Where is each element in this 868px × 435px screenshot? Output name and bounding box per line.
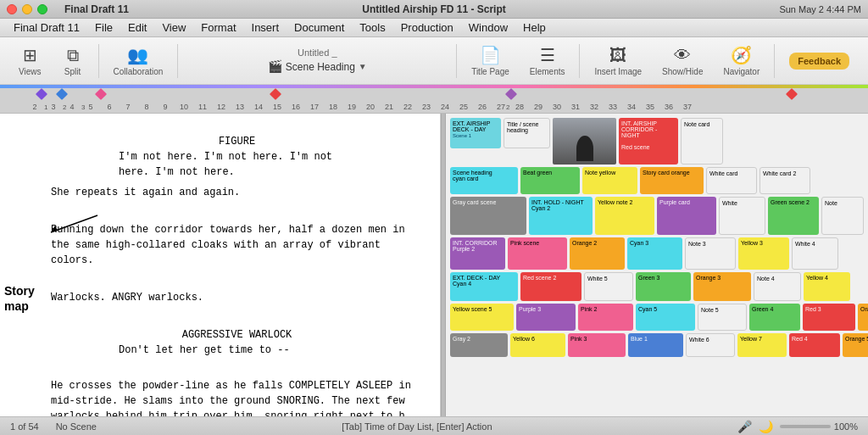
card-cyan-3[interactable]: Cyan 3 xyxy=(627,237,682,270)
menu-tools[interactable]: Tools xyxy=(353,20,392,36)
menu-edit[interactable]: Edit xyxy=(121,20,153,36)
show-hide-icon: 👁 xyxy=(674,46,691,65)
card-white-9[interactable]: Note 4 xyxy=(754,272,801,301)
card-pink-3[interactable]: Pink 3 xyxy=(568,333,626,357)
split-button[interactable]: ⧉ Split xyxy=(52,42,94,80)
card-orange-5[interactable]: Orange 5 xyxy=(843,333,868,357)
arrow-annotation xyxy=(47,211,106,242)
insert-image-button[interactable]: 🖼 Insert Image xyxy=(584,42,652,80)
card-white-2[interactable]: White card xyxy=(706,167,757,194)
toolbar-separator-3 xyxy=(456,44,457,78)
app-name: Final Draft 11 xyxy=(64,3,129,15)
card-blue-1[interactable]: Blue 1 xyxy=(628,333,683,357)
scene-info: No Scene xyxy=(56,421,97,432)
menu-insert[interactable]: Insert xyxy=(245,20,287,36)
split-icon: ⧉ xyxy=(67,46,79,65)
card-orange-3[interactable]: Orange 3 xyxy=(693,272,751,301)
zoom-slider[interactable] xyxy=(780,425,831,428)
card-cyan-1[interactable]: Scene headingcyan card xyxy=(450,167,518,194)
fullscreen-button[interactable] xyxy=(37,4,47,14)
menu-document[interactable]: Document xyxy=(287,20,351,36)
card-white-1[interactable]: Note card xyxy=(681,118,723,165)
navigator-label: Navigator xyxy=(723,67,760,76)
elements-button[interactable]: ☰ Elements xyxy=(520,42,576,80)
page-info: 1 of 54 xyxy=(10,421,39,432)
card-yellow-4[interactable]: Yellow 4 xyxy=(804,272,850,301)
elements-icon: ☰ xyxy=(540,45,555,65)
close-button[interactable] xyxy=(7,4,17,14)
card-yellow-1[interactable]: Note yellow xyxy=(582,167,637,194)
card-cyan-5[interactable]: Cyan 5 xyxy=(636,304,695,331)
card-orange-4[interactable]: Orange 4 xyxy=(858,304,868,331)
menu-file[interactable]: File xyxy=(88,20,120,36)
card-green-2[interactable]: Green scene 2 xyxy=(768,197,819,235)
ruler-marker-purple xyxy=(36,88,47,100)
card-red-4[interactable]: Red 4 xyxy=(789,333,840,357)
moon-icon[interactable]: 🌙 xyxy=(759,420,773,433)
title-page-button[interactable]: 📄 Title Page xyxy=(461,42,520,80)
scene-ruler[interactable]: 23 45 67 89 1011 1213 1415 1617 1819 202… xyxy=(0,85,868,114)
card-cyan-4[interactable]: EXT. DECK - DAYCyan 4 xyxy=(450,272,518,301)
menu-format[interactable]: Format xyxy=(194,20,242,36)
ruler-progress-bar xyxy=(0,85,868,88)
card-yellow-3[interactable]: Yellow 3 xyxy=(738,237,789,270)
ruler-sub22: 2 xyxy=(506,103,509,111)
datetime: Sun May 2 4:44 PM xyxy=(779,4,861,14)
card-yellow-7[interactable]: Yellow 7 xyxy=(737,333,787,357)
card-white-8[interactable]: White 5 xyxy=(584,272,633,301)
title-page-icon: 📄 xyxy=(480,45,501,65)
storymap-row-2: Scene headingcyan card Beat green Note y… xyxy=(450,167,864,194)
card-purple-2[interactable]: INT. CORRIDORPurple 2 xyxy=(450,237,505,270)
card-gray-1[interactable]: Gray card scene xyxy=(450,197,526,235)
card-1[interactable]: EXT. AIRSHIPDECK - DAYScene 1 xyxy=(450,118,501,148)
titlebar: Final Draft 11 Untitled Airship FD 11 - … xyxy=(0,0,868,19)
menu-help[interactable]: Help xyxy=(516,20,553,36)
zoom-control[interactable]: 100% xyxy=(780,421,858,432)
collaboration-button[interactable]: 👥 Collaboration xyxy=(103,42,174,80)
menu-view[interactable]: View xyxy=(155,20,192,36)
script-panel[interactable]: Storymap FIGURE I'm not here. I'm not he… xyxy=(0,114,441,416)
card-yellow-2[interactable]: Yellow note 2 xyxy=(595,197,654,235)
card-orange-1[interactable]: Story card orange xyxy=(640,167,704,194)
card-green-3[interactable]: Green 3 xyxy=(636,272,691,301)
card-gray-2[interactable]: Gray 2 xyxy=(450,333,508,357)
show-hide-button[interactable]: 👁 Show/Hide xyxy=(652,42,713,80)
card-red-2[interactable]: Red scene 2 xyxy=(520,272,581,301)
scene-heading-icon: 🎬 xyxy=(268,59,282,73)
card-white-5[interactable]: Note xyxy=(821,197,864,235)
feedback-button[interactable]: Feedback xyxy=(779,49,860,73)
microphone-icon[interactable]: 🎤 xyxy=(737,420,752,433)
card-cyan-2[interactable]: INT. HOLD - NIGHTCyan 2 xyxy=(529,197,593,235)
traffic-lights xyxy=(7,4,47,14)
card-white-10[interactable]: Note 5 xyxy=(698,304,747,331)
card-white-11[interactable]: White 6 xyxy=(686,333,735,357)
menu-finaldraft[interactable]: Final Draft 11 xyxy=(7,20,86,36)
card-green-1[interactable]: Beat green xyxy=(520,167,580,194)
menu-production[interactable]: Production xyxy=(394,20,460,36)
card-2[interactable]: Title / sceneheading xyxy=(504,118,550,148)
card-red-1[interactable]: INT. AIRSHIPCORRIDOR - NIGHTRed scene xyxy=(619,118,678,165)
card-green-4[interactable]: Green 4 xyxy=(749,304,800,331)
card-yellow-5[interactable]: Yellow scene 5 xyxy=(450,304,514,331)
storymap-row-7: Gray 2 Yellow 6 Pink 3 Blue 1 White 6 Ye… xyxy=(450,333,864,357)
card-purple-3[interactable]: Purple 3 xyxy=(516,304,576,331)
scene-heading-selector[interactable]: 🎬 Scene Heading ▼ xyxy=(268,59,367,75)
views-button[interactable]: ⊞ Views xyxy=(8,42,52,80)
navigator-button[interactable]: 🧭 Navigator xyxy=(713,42,770,80)
card-white-3[interactable]: White card 2 xyxy=(760,167,810,194)
card-pink-2[interactable]: Pink 2 xyxy=(578,304,633,331)
card-purple-1[interactable]: Purple card xyxy=(657,197,716,235)
card-pink-1[interactable]: Pink scene xyxy=(508,237,567,270)
card-red-3[interactable]: Red 3 xyxy=(803,304,855,331)
card-white-4[interactable]: White xyxy=(719,197,765,235)
storymap-panel[interactable]: EXT. AIRSHIPDECK - DAYScene 1 Title / sc… xyxy=(446,114,868,416)
script-line-1: FIGURE I'm not here. I'm not here. I'm n… xyxy=(51,134,423,180)
menu-window[interactable]: Window xyxy=(462,20,515,36)
card-yellow-6[interactable]: Yellow 6 xyxy=(510,333,565,357)
card-orange-2[interactable]: Orange 2 xyxy=(570,237,625,270)
card-white-6[interactable]: Note 3 xyxy=(685,237,736,270)
insert-image-label: Insert Image xyxy=(594,67,642,76)
card-white-7[interactable]: White 4 xyxy=(792,237,838,270)
minimize-button[interactable] xyxy=(22,4,32,14)
toolbar: ⊞ Views ⧉ Split 👥 Collaboration Untitled… xyxy=(0,37,868,85)
